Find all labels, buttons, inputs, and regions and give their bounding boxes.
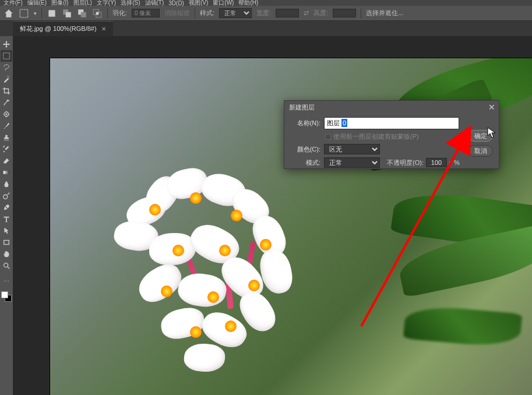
clipmask-label: 使用前一图层创建剪贴蒙版(P) [333,132,419,141]
path-select-tool-icon[interactable] [1,225,12,237]
marquee-tool-icon[interactable] [1,50,12,62]
svg-rect-1 [48,10,55,16]
tool-bar: ⋯ [0,36,13,395]
clipmask-checkbox [325,134,331,140]
options-bar: ▾ 羽化: 消除锯齿 样式: 正常 宽度: ⇄ 高度: 选择并遮住... [0,6,532,21]
boolean-new-icon[interactable] [47,8,57,19]
boolean-add-icon[interactable] [62,8,72,19]
menu-item[interactable]: 图像(I) [51,0,68,7]
zoom-tool-icon[interactable] [1,260,12,271]
opacity-input[interactable] [426,158,447,167]
svg-point-13 [3,195,8,199]
mode-select[interactable]: 正常 [324,157,380,168]
wand-tool-icon[interactable] [1,73,12,85]
opacity-unit: % [454,159,460,166]
refine-edge-button[interactable]: 选择并遮住... [366,9,403,17]
document-tab-title: 鲜花.jpg @ 100%(RGB/8#) [20,24,97,33]
menu-item[interactable]: 3D(D) [168,0,184,6]
text-tool-icon[interactable] [1,213,12,225]
hand-tool-icon[interactable] [1,248,12,260]
menu-item[interactable]: 帮助(H) [238,0,258,7]
gradient-tool-icon[interactable] [1,167,12,178]
style-select[interactable]: 正常 [219,8,252,18]
history-brush-tool-icon[interactable] [1,143,12,155]
width-input [276,9,299,17]
dialog-title-bar[interactable]: 新建图层 ✕ [284,101,499,114]
boolean-sub-icon[interactable] [77,8,87,19]
menu-bar: 文件(F) 编辑(E) 图像(I) 图层(L) 文字(Y) 选择(S) 滤镜(T… [0,0,532,6]
color-select[interactable]: 区无 [324,144,380,154]
menu-item[interactable]: 视图(V) [189,0,208,7]
eyedropper-tool-icon[interactable] [1,97,12,108]
svg-point-11 [6,114,7,115]
menu-item[interactable]: 图层(L) [73,0,92,7]
height-input [333,9,356,17]
opacity-label: 不透明度(O): [387,158,424,167]
color-label: 颜色(C): [288,145,320,154]
menu-item[interactable]: 窗口(W) [213,0,234,7]
foreground-background-swatch[interactable] [1,291,12,302]
new-layer-dialog: 新建图层 ✕ 名称(N): 图层 0 使用前一图层创建剪贴蒙版(P) 颜色(C)… [284,100,499,169]
svg-rect-3 [66,12,71,17]
menu-item[interactable]: 滤镜(T) [145,0,164,7]
svg-rect-0 [20,9,28,17]
menu-item[interactable]: 文件(F) [3,0,23,7]
height-label: 高度: [313,9,328,17]
eraser-tool-icon[interactable] [1,155,12,167]
svg-point-15 [4,263,8,267]
marquee-tool-icon[interactable] [19,8,29,19]
boolean-intersect-icon[interactable] [92,8,103,19]
mode-label: 模式: [288,158,320,167]
width-label: 宽度: [256,9,271,17]
svg-rect-14 [4,241,9,245]
svg-rect-5 [81,12,86,17]
layer-name-input[interactable]: 图层 0 [324,117,459,129]
svg-rect-9 [3,53,10,59]
lasso-tool-icon[interactable] [1,62,12,73]
document-tab-bar: 鲜花.jpg @ 100%(RGB/8#) ✕ [0,21,532,36]
pen-tool-icon[interactable] [1,202,12,213]
close-icon[interactable]: ✕ [488,103,495,112]
cancel-button[interactable]: 取消 [468,145,493,157]
dodge-tool-icon[interactable] [1,190,12,202]
style-label: 样式: [200,9,214,17]
crop-tool-icon[interactable] [1,85,12,97]
svg-rect-8 [96,12,99,15]
menu-item[interactable]: 文字(Y) [97,0,116,7]
menu-item[interactable]: 编辑(E) [27,0,47,7]
antialias-label: 消除锯齿 [164,9,190,17]
feather-label: 羽化: [112,9,127,17]
brush-tool-icon[interactable] [1,120,12,132]
home-icon[interactable] [3,8,14,19]
document-tab[interactable]: 鲜花.jpg @ 100%(RGB/8#) ✕ [13,21,113,36]
rectangle-tool-icon[interactable] [1,237,12,248]
workspace: ⋯ [0,36,532,395]
dialog-title: 新建图层 [289,103,315,112]
name-label: 名称(N): [288,119,320,128]
svg-rect-12 [3,171,10,174]
menu-item[interactable]: 选择(S) [121,0,140,7]
stamp-tool-icon[interactable] [1,132,12,143]
heal-tool-icon[interactable] [1,108,12,120]
close-tab-icon[interactable]: ✕ [101,26,106,32]
move-tool-icon[interactable] [1,38,12,50]
canvas-area[interactable] [13,36,532,395]
feather-input[interactable] [132,9,160,17]
blur-tool-icon[interactable] [1,178,12,190]
cursor-icon [487,127,496,139]
more-tools-icon[interactable]: ⋯ [1,275,12,287]
